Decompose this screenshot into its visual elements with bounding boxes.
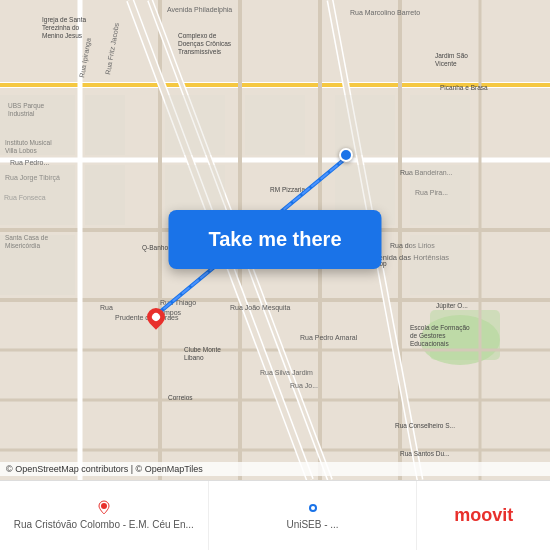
destination-dot: [339, 148, 353, 162]
svg-text:Picanha e Brasa: Picanha e Brasa: [440, 84, 488, 91]
svg-rect-80: [410, 165, 470, 225]
svg-rect-76: [245, 95, 305, 155]
svg-text:Rua Pedro...: Rua Pedro...: [10, 159, 49, 166]
svg-text:Transmissíveis: Transmissíveis: [178, 48, 222, 55]
svg-rect-82: [410, 235, 470, 295]
svg-point-87: [311, 506, 315, 510]
location-pin-icon: [96, 500, 112, 516]
svg-text:Rua Marcolino Barreto: Rua Marcolino Barreto: [350, 9, 420, 16]
svg-text:Rua Conselheiro S...: Rua Conselheiro S...: [395, 422, 455, 429]
svg-text:Clube Monte: Clube Monte: [184, 346, 221, 353]
svg-text:Doenças Crônicas: Doenças Crônicas: [178, 40, 232, 48]
svg-text:Rua Jo...: Rua Jo...: [290, 382, 318, 389]
svg-text:Rua Santos Du...: Rua Santos Du...: [400, 450, 450, 457]
svg-rect-74: [0, 235, 75, 295]
svg-text:Menino Jesus: Menino Jesus: [42, 32, 83, 39]
svg-rect-71: [85, 95, 125, 155]
svg-text:Rua: Rua: [100, 304, 113, 311]
svg-rect-73: [0, 165, 75, 225]
app: Avenida Philadelphia Rua Marcolino Barre…: [0, 0, 550, 550]
map-container: Avenida Philadelphia Rua Marcolino Barre…: [0, 0, 550, 480]
svg-text:Rua Silva Jardim: Rua Silva Jardim: [260, 369, 313, 376]
svg-text:Libano: Libano: [184, 354, 204, 361]
svg-text:Correios: Correios: [168, 394, 193, 401]
svg-rect-70: [0, 95, 75, 155]
svg-text:Educacionais: Educacionais: [410, 340, 449, 347]
svg-text:Júpiter O...: Júpiter O...: [436, 302, 468, 310]
svg-text:Terezinha do: Terezinha do: [42, 24, 80, 31]
svg-rect-72: [85, 165, 125, 225]
svg-text:Igreja de Santa: Igreja de Santa: [42, 16, 86, 24]
destination-item[interactable]: UniSEB - ...: [209, 481, 418, 550]
origin-item[interactable]: Rua Cristóvão Colombo - E.M. Céu En...: [0, 481, 209, 550]
svg-text:de Gestores: de Gestores: [410, 332, 446, 339]
destination-icon: [305, 500, 321, 516]
svg-rect-79: [410, 95, 470, 155]
svg-point-85: [101, 503, 107, 509]
svg-text:Vicente: Vicente: [435, 60, 457, 67]
map-attribution: © OpenStreetMap contributors | © OpenMap…: [0, 462, 550, 476]
svg-text:RM Pizzaria: RM Pizzaria: [270, 186, 305, 193]
take-me-there-button[interactable]: Take me there: [168, 210, 381, 269]
svg-rect-78: [335, 95, 395, 155]
attribution-text: © OpenStreetMap contributors | © OpenMap…: [6, 464, 203, 474]
moovit-logo: moovit: [454, 505, 513, 526]
svg-text:Complexo de: Complexo de: [178, 32, 217, 40]
svg-text:Rua João Mesquita: Rua João Mesquita: [230, 304, 290, 312]
svg-text:Jardim São: Jardim São: [435, 52, 468, 59]
origin-label: Rua Cristóvão Colombo - E.M. Céu En...: [14, 518, 194, 531]
bottom-bar: Rua Cristóvão Colombo - E.M. Céu En... U…: [0, 480, 550, 550]
svg-text:Q-Banho: Q-Banho: [142, 244, 168, 252]
svg-text:Escola de Formação: Escola de Formação: [410, 324, 470, 332]
svg-text:Rua Pedro Amaral: Rua Pedro Amaral: [300, 334, 358, 341]
svg-text:Avenida Philadelphia: Avenida Philadelphia: [167, 6, 232, 14]
destination-label: UniSEB - ...: [286, 518, 338, 531]
moovit-logo-item: moovit: [417, 481, 550, 550]
svg-rect-75: [165, 95, 225, 155]
